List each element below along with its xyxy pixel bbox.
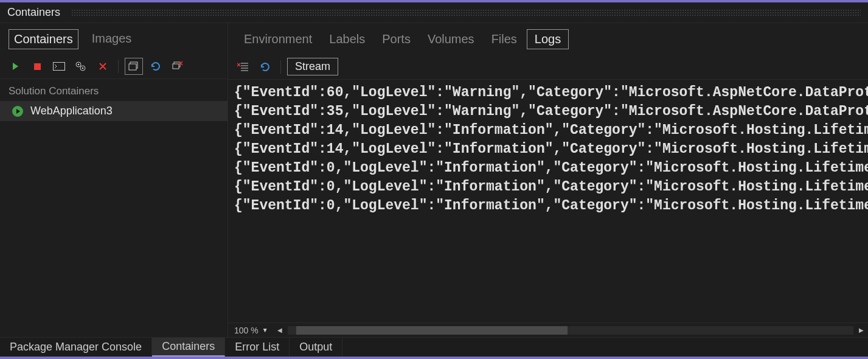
scrollbar-thumb[interactable]: [296, 326, 568, 335]
toolbar-sep: [118, 60, 119, 73]
log-line: {"EventId":0,"LogLevel":"Information","C…: [234, 197, 868, 215]
zoom-value: 100 %: [234, 326, 259, 335]
container-tree: WebApplication3: [0, 101, 227, 337]
svg-rect-9: [173, 64, 179, 69]
delete-icon[interactable]: [94, 58, 112, 75]
scroll-left-icon[interactable]: ◀: [276, 326, 284, 335]
tab-labels[interactable]: Labels: [322, 30, 372, 49]
horizontal-scrollbar[interactable]: [288, 326, 853, 335]
scroll-right-icon[interactable]: ▶: [857, 326, 866, 335]
terminal-icon[interactable]: [50, 58, 68, 75]
titlebar-grip[interactable]: [71, 9, 861, 16]
bottom-tab-pmc[interactable]: Package Manager Console: [0, 338, 152, 357]
tab-images[interactable]: Images: [87, 29, 137, 49]
container-tree-item[interactable]: WebApplication3: [0, 101, 227, 121]
log-line: {"EventId":35,"LogLevel":"Warning","Cate…: [234, 102, 868, 121]
log-line: {"EventId":60,"LogLevel":"Warning","Cate…: [234, 83, 868, 102]
tab-logs[interactable]: Logs: [527, 29, 569, 49]
settings-icon[interactable]: [72, 58, 90, 75]
right-pane: Environment Labels Ports Volumes Files L…: [228, 23, 868, 337]
prune-icon[interactable]: [168, 58, 187, 75]
running-icon: [12, 106, 23, 117]
svg-rect-1: [54, 63, 65, 71]
refresh-icon[interactable]: [147, 58, 165, 75]
panel-titlebar: Containers: [0, 2, 868, 23]
svg-point-4: [78, 64, 80, 66]
bottom-tab-containers[interactable]: Containers: [152, 338, 225, 357]
bottom-tab-errorlist[interactable]: Error List: [225, 338, 290, 357]
tab-containers[interactable]: Containers: [9, 29, 78, 49]
left-toolbar: [0, 54, 227, 79]
main-split: Containers Images: [0, 23, 868, 337]
window-icon[interactable]: [125, 58, 143, 75]
right-toolbar: Stream: [228, 54, 868, 80]
log-line: {"EventId":0,"LogLevel":"Information","C…: [234, 159, 868, 178]
bottom-tabbar: Package Manager Console Containers Error…: [0, 337, 868, 359]
left-pane: Containers Images: [0, 23, 228, 337]
stream-button[interactable]: Stream: [287, 58, 338, 75]
left-subtabs: Containers Images: [0, 23, 227, 54]
clear-log-icon[interactable]: [234, 58, 252, 75]
panel-title: Containers: [7, 6, 60, 19]
stop-icon[interactable]: [28, 58, 46, 75]
tab-volumes[interactable]: Volumes: [420, 30, 482, 49]
log-line: {"EventId":0,"LogLevel":"Information","C…: [234, 178, 868, 197]
zoom-dropdown[interactable]: 100 % ▼: [231, 326, 272, 335]
log-line: {"EventId":14,"LogLevel":"Information","…: [234, 140, 868, 159]
tab-ports[interactable]: Ports: [375, 30, 418, 49]
left-heading: Solution Containers: [0, 79, 227, 101]
svg-point-5: [82, 68, 84, 69]
log-line: {"EventId":14,"LogLevel":"Information","…: [234, 121, 868, 140]
bottom-tab-output[interactable]: Output: [290, 338, 342, 357]
container-name: WebApplication3: [30, 105, 113, 117]
right-tabs: Environment Labels Ports Volumes Files L…: [228, 23, 868, 54]
log-output[interactable]: {"EventId":60,"LogLevel":"Warning","Cate…: [228, 80, 868, 322]
tab-files[interactable]: Files: [484, 30, 524, 49]
svg-rect-7: [129, 64, 136, 70]
svg-rect-0: [34, 63, 41, 70]
tab-environment[interactable]: Environment: [237, 30, 319, 49]
refresh-log-icon[interactable]: [256, 58, 274, 75]
toolbar-sep-2: [280, 60, 281, 74]
chevron-down-icon: ▼: [262, 327, 268, 333]
start-icon[interactable]: [6, 58, 24, 75]
zoom-scroll-row: 100 % ▼ ◀ ▶: [228, 322, 868, 337]
